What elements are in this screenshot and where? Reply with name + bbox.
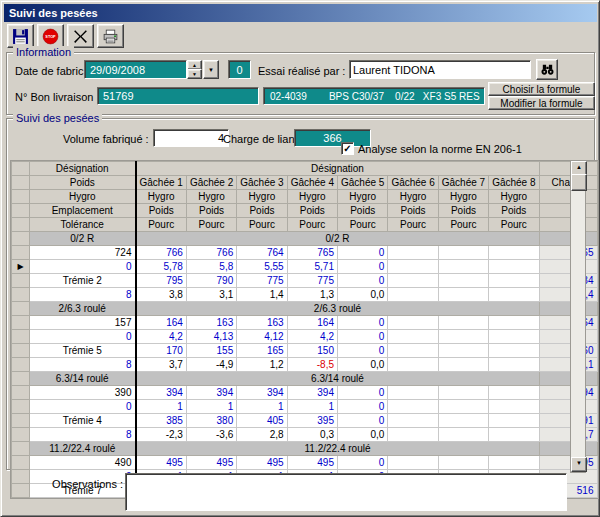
observations-textarea[interactable]: [125, 473, 567, 511]
batch-value-cell[interactable]: 3,1: [186, 288, 236, 302]
charge-value-cell[interactable]: 164: [539, 316, 597, 330]
batch-value-cell[interactable]: 164: [136, 316, 187, 330]
batch-value-cell[interactable]: [388, 400, 438, 414]
batch-value-cell[interactable]: 0: [338, 260, 388, 274]
charge-value-cell[interactable]: 784: [539, 274, 597, 288]
batch-value-cell[interactable]: [388, 428, 438, 442]
batch-value-cell[interactable]: [388, 414, 438, 428]
batch-value-cell[interactable]: 394: [136, 386, 187, 400]
batch-value-cell[interactable]: 0: [338, 344, 388, 358]
charge-value-cell[interactable]: [539, 260, 597, 274]
cancel-button[interactable]: [67, 24, 94, 48]
batch-value-cell[interactable]: 0,0: [338, 358, 388, 372]
batch-value-cell[interactable]: 0: [338, 456, 388, 470]
batch-value-cell[interactable]: 775: [237, 274, 287, 288]
batch-value-cell[interactable]: 0: [338, 386, 388, 400]
batch-value-cell[interactable]: 163: [237, 316, 287, 330]
batch-value-cell[interactable]: 4,2: [287, 330, 337, 344]
batch-value-cell[interactable]: [438, 260, 488, 274]
print-button[interactable]: [97, 24, 124, 48]
grid-vertical-scrollbar[interactable]: ▲ ▼: [570, 160, 586, 473]
batch-value-cell[interactable]: [438, 316, 488, 330]
batch-value-cell[interactable]: 795: [136, 274, 187, 288]
batch-value-cell[interactable]: [388, 246, 438, 260]
batch-value-cell[interactable]: 3,7: [136, 358, 187, 372]
batch-value-cell[interactable]: 5,8: [186, 260, 236, 274]
charge-value-cell[interactable]: 765: [539, 246, 597, 260]
batch-value-cell[interactable]: [489, 414, 539, 428]
batch-value-cell[interactable]: 405: [237, 414, 287, 428]
batch-value-cell[interactable]: 495: [136, 456, 187, 470]
left-value-cell[interactable]: 0: [30, 400, 136, 414]
row-selector-cell[interactable]: [12, 456, 30, 470]
batch-value-cell[interactable]: 775: [287, 274, 337, 288]
left-value-cell[interactable]: 490: [30, 456, 136, 470]
left-value-cell[interactable]: Trémie 4: [30, 414, 136, 428]
scrollbar-thumb[interactable]: [571, 174, 587, 191]
batch-value-cell[interactable]: [489, 400, 539, 414]
batch-value-cell[interactable]: [438, 274, 488, 288]
volume-input[interactable]: [153, 129, 229, 147]
batch-value-cell[interactable]: 395: [287, 414, 337, 428]
scroll-down-button[interactable]: ▼: [571, 457, 587, 472]
batch-value-cell[interactable]: 1,4: [237, 288, 287, 302]
operator-input[interactable]: [349, 60, 531, 79]
batch-value-cell[interactable]: 4,2: [136, 330, 187, 344]
row-selector-cell[interactable]: [12, 484, 30, 498]
batch-value-cell[interactable]: [388, 274, 438, 288]
batch-value-cell[interactable]: 385: [136, 414, 187, 428]
batch-value-cell[interactable]: 150: [287, 344, 337, 358]
charge-value-cell[interactable]: 391: [539, 414, 597, 428]
current-row-pointer-icon[interactable]: ▶: [12, 260, 30, 274]
batch-value-cell[interactable]: [489, 316, 539, 330]
batch-value-cell[interactable]: 790: [186, 274, 236, 288]
delivery-note-field[interactable]: 51769: [97, 87, 259, 105]
batch-value-cell[interactable]: [438, 330, 488, 344]
batch-value-cell[interactable]: 5,55: [237, 260, 287, 274]
row-selector-cell[interactable]: [12, 470, 30, 484]
batch-value-cell[interactable]: 3,8: [136, 288, 187, 302]
charge-value-cell[interactable]: 2,4: [539, 288, 597, 302]
left-value-cell[interactable]: 0: [30, 260, 136, 274]
row-selector-cell[interactable]: [12, 330, 30, 344]
row-selector-cell[interactable]: [12, 288, 30, 302]
left-value-cell[interactable]: Trémie 5: [30, 344, 136, 358]
batch-value-cell[interactable]: [489, 246, 539, 260]
batch-value-cell[interactable]: 495: [237, 456, 287, 470]
norme-checkbox[interactable]: ✓: [341, 142, 354, 155]
batch-value-cell[interactable]: [388, 330, 438, 344]
charge-value-cell[interactable]: 160: [539, 344, 597, 358]
row-selector-cell[interactable]: [12, 274, 30, 288]
batch-value-cell[interactable]: [438, 456, 488, 470]
batch-value-cell[interactable]: [388, 260, 438, 274]
batch-value-cell[interactable]: 0: [338, 400, 388, 414]
batch-value-cell[interactable]: 1: [186, 400, 236, 414]
batch-value-cell[interactable]: 766: [136, 246, 187, 260]
batch-value-cell[interactable]: 766: [186, 246, 236, 260]
batch-value-cell[interactable]: 170: [136, 344, 187, 358]
charge-value-cell[interactable]: 495: [539, 456, 597, 470]
batch-value-cell[interactable]: 0: [338, 316, 388, 330]
batch-value-cell[interactable]: -2,3: [136, 428, 187, 442]
batch-value-cell[interactable]: 163: [186, 316, 236, 330]
batch-value-cell[interactable]: 0,0: [338, 288, 388, 302]
batch-value-cell[interactable]: [388, 344, 438, 358]
left-value-cell[interactable]: 0: [30, 330, 136, 344]
charge-value-cell[interactable]: -2,1: [539, 358, 597, 372]
batch-value-cell[interactable]: 5,78: [136, 260, 187, 274]
batch-value-cell[interactable]: 394: [287, 386, 337, 400]
date-dropdown-button[interactable]: ▼: [203, 60, 219, 79]
batch-value-cell[interactable]: 1: [237, 400, 287, 414]
batch-value-cell[interactable]: 1,3: [287, 288, 337, 302]
find-operator-button[interactable]: [536, 59, 558, 80]
left-value-cell[interactable]: Trémie 2: [30, 274, 136, 288]
batch-value-cell[interactable]: 495: [287, 456, 337, 470]
date-spin-down-button[interactable]: ▼: [187, 69, 202, 79]
row-selector-cell[interactable]: [12, 414, 30, 428]
batch-value-cell[interactable]: 155: [186, 344, 236, 358]
modify-formula-button[interactable]: Modifier la formule: [488, 96, 595, 110]
batch-value-cell[interactable]: [388, 456, 438, 470]
batch-value-cell[interactable]: 0: [338, 246, 388, 260]
batch-value-cell[interactable]: [388, 316, 438, 330]
batch-value-cell[interactable]: [489, 386, 539, 400]
